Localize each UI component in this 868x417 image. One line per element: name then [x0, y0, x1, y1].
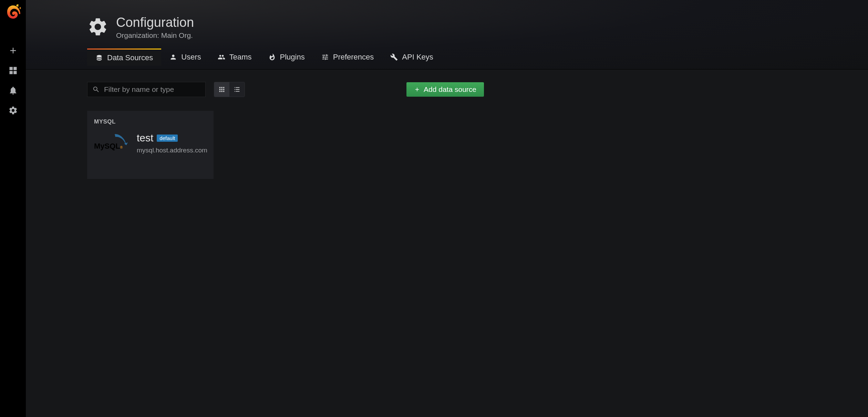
- user-icon: [169, 53, 177, 61]
- main: Configuration Organization: Main Org. Da…: [26, 0, 868, 417]
- page-title: Configuration: [116, 15, 194, 30]
- view-list-button[interactable]: [229, 82, 245, 97]
- tab-api-keys[interactable]: API Keys: [382, 49, 441, 66]
- bell-icon: [8, 86, 18, 95]
- plus-icon: [414, 86, 420, 93]
- tab-label: Teams: [229, 53, 252, 62]
- tab-users[interactable]: Users: [161, 49, 209, 66]
- sidebar-add[interactable]: [0, 41, 26, 61]
- apps-icon: [8, 66, 18, 75]
- content: Add data source MYSQL MySQL® test: [26, 70, 868, 417]
- tab-teams[interactable]: Teams: [209, 49, 260, 66]
- datasource-name: test: [137, 132, 153, 144]
- svg-text:MySQL®: MySQL®: [94, 142, 123, 150]
- default-badge: default: [157, 135, 178, 142]
- tab-label: Users: [181, 53, 201, 62]
- plug-icon: [268, 53, 276, 61]
- search-icon: [92, 86, 100, 93]
- page-header: Configuration Organization: Main Org. Da…: [26, 0, 868, 70]
- tab-label: Plugins: [280, 53, 305, 62]
- plus-icon: [8, 46, 18, 55]
- toolbar: Add data source: [87, 82, 484, 97]
- mysql-logo: MySQL®: [94, 132, 130, 154]
- sidebar: [0, 0, 26, 417]
- datasource-kind: MYSQL: [94, 118, 207, 125]
- list-icon: [233, 86, 241, 93]
- add-button-label: Add data source: [424, 85, 476, 94]
- add-data-source-button[interactable]: Add data source: [406, 82, 484, 97]
- database-icon: [95, 54, 103, 62]
- page-subtitle: Organization: Main Org.: [116, 31, 194, 40]
- grid-icon: [218, 86, 226, 93]
- tab-label: API Keys: [402, 53, 433, 62]
- tabs: Data Sources Users Teams Plugins Prefere…: [87, 49, 868, 66]
- sliders-icon: [321, 53, 329, 61]
- grafana-logo[interactable]: [5, 4, 21, 20]
- tab-label: Preferences: [333, 53, 374, 62]
- tab-data-sources[interactable]: Data Sources: [87, 49, 161, 66]
- search-input[interactable]: [104, 85, 200, 94]
- sidebar-dashboards[interactable]: [0, 61, 26, 81]
- datasource-card[interactable]: MYSQL MySQL® test default mysql.host.: [87, 111, 214, 179]
- sidebar-alerting[interactable]: [0, 81, 26, 100]
- datasource-cards: MYSQL MySQL® test default mysql.host.: [87, 111, 807, 179]
- gear-icon: [8, 106, 18, 115]
- tab-plugins[interactable]: Plugins: [260, 49, 313, 66]
- gear-icon: [87, 16, 108, 39]
- sidebar-configuration[interactable]: [0, 100, 26, 120]
- tab-preferences[interactable]: Preferences: [313, 49, 382, 66]
- datasource-url: mysql.host.address.com: [137, 147, 207, 154]
- view-grid-button[interactable]: [214, 82, 229, 97]
- key-icon: [390, 53, 398, 61]
- view-toggle: [214, 82, 245, 97]
- tab-label: Data Sources: [107, 53, 153, 62]
- search-box[interactable]: [87, 82, 206, 97]
- users-icon: [218, 53, 225, 61]
